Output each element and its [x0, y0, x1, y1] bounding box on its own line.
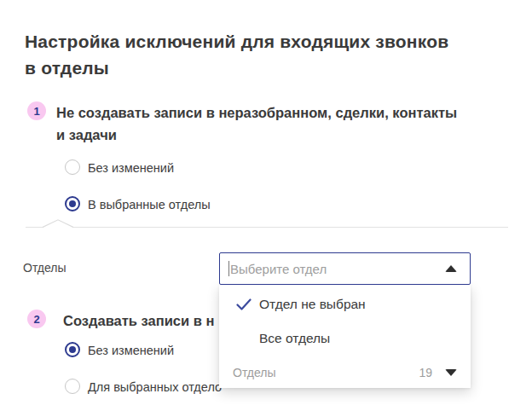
- step2-radio-selected-departments-label[interactable]: Для выбранных отдело: [88, 380, 222, 394]
- chevron-up-icon[interactable]: [445, 265, 457, 272]
- dropdown-group-departments[interactable]: Отделы 19: [233, 362, 457, 384]
- departments-dropdown-panel: Отдел не выбран Все отделы Отделы 19: [219, 285, 471, 388]
- step1-radio-no-changes-label[interactable]: Без изменений: [88, 161, 174, 175]
- step1-number: 1: [33, 105, 39, 118]
- step2-radio-selected-departments[interactable]: [65, 379, 80, 394]
- step2-radio-no-changes[interactable]: [65, 342, 80, 357]
- check-icon: [236, 298, 252, 310]
- dropdown-item-all-departments[interactable]: Все отделы: [219, 324, 471, 353]
- section-divider: [26, 227, 508, 228]
- text-cursor: [228, 261, 229, 276]
- dropdown-item-label: Отдел не выбран: [259, 297, 366, 312]
- settings-dialog: Настройка исключений для входящих звонко…: [0, 0, 532, 411]
- step2-heading: Создавать записи в н: [63, 310, 214, 332]
- step1-badge: 1: [27, 101, 46, 120]
- step1-radio-selected-departments-label[interactable]: В выбранные отделы: [88, 198, 211, 211]
- step2-number: 2: [33, 313, 39, 326]
- departments-field-label: Отделы: [23, 261, 66, 275]
- dropdown-item-no-department[interactable]: Отдел не выбран: [219, 290, 471, 319]
- step2-radio-no-changes-label[interactable]: Без изменений: [88, 344, 174, 357]
- page-title: Настройка исключений для входящих звонко…: [25, 28, 455, 81]
- step1-radio-selected-departments[interactable]: [65, 196, 80, 211]
- dropdown-group-count: 19: [419, 366, 432, 379]
- chevron-down-icon[interactable]: [445, 369, 457, 376]
- step2-badge: 2: [27, 310, 46, 328]
- divider-notch: [43, 219, 73, 228]
- departments-select-input[interactable]: Выберите отдел: [219, 252, 471, 285]
- departments-select-placeholder: Выберите отдел: [230, 262, 327, 276]
- dropdown-item-label: Все отделы: [259, 331, 330, 346]
- dropdown-group-label: Отделы: [233, 366, 419, 379]
- step1-heading: Не создавать записи в неразобранном, сде…: [56, 101, 466, 146]
- step1-radio-no-changes[interactable]: [65, 159, 80, 175]
